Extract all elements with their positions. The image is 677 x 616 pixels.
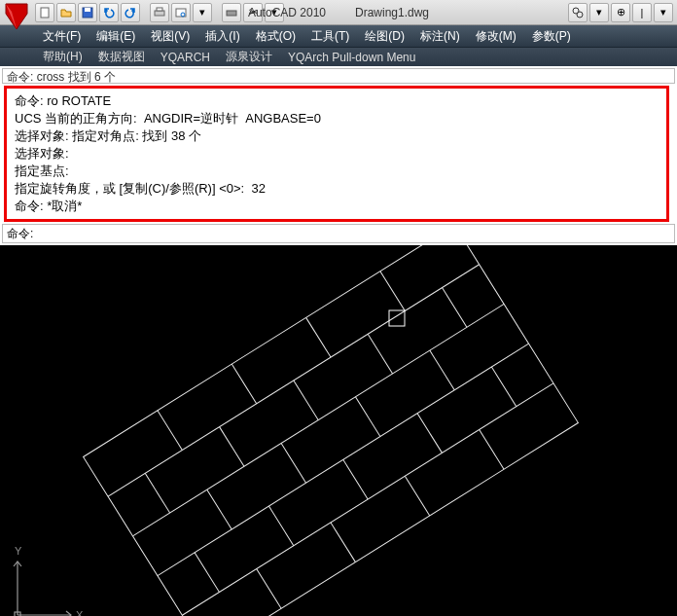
cmd-line: 选择对象: (15, 145, 659, 163)
command-prompt-label: 命令: (7, 226, 33, 242)
command-input[interactable] (37, 227, 670, 240)
search-dropdown-icon[interactable]: ▾ (589, 3, 609, 22)
menu-file[interactable]: 文件(F) (35, 28, 89, 45)
svg-rect-10 (84, 245, 579, 616)
svg-point-9 (577, 12, 583, 18)
cmd-line: 命令: ro ROTATE (15, 92, 659, 110)
svg-line-27 (430, 350, 454, 390)
svg-line-25 (281, 443, 305, 483)
qat-undo-icon[interactable] (99, 3, 119, 22)
qat-plot-icon[interactable] (150, 3, 169, 22)
menu-yqarch-pulldown[interactable]: YQArch Pull-down Menu (280, 51, 423, 64)
svg-rect-2 (85, 8, 90, 12)
menu-parametric[interactable]: 参数(P) (524, 28, 579, 45)
menu-yuanquan[interactable]: 源泉设计 (218, 49, 280, 65)
menubar-1: 文件(F) 编辑(E) 视图(V) 插入(I) 格式(O) 工具(T) 绘图(D… (0, 25, 677, 47)
sep-icon: | (632, 3, 652, 22)
menu-dataview[interactable]: 数据视图 (90, 49, 153, 65)
svg-line-22 (368, 334, 392, 374)
qat-publish-icon[interactable]: ▾ (193, 3, 212, 22)
file-name: Drawing1.dwg (355, 6, 429, 19)
qat-save-icon[interactable] (78, 3, 97, 22)
svg-rect-3 (155, 11, 164, 16)
svg-line-17 (306, 317, 331, 357)
axis-y-label: Y (15, 545, 22, 557)
svg-line-36 (480, 430, 504, 470)
svg-line-24 (207, 489, 232, 529)
menu-dimension[interactable]: 标注(N) (412, 28, 468, 45)
menu-tools[interactable]: 工具(T) (303, 28, 357, 45)
command-input-row: 命令: (2, 224, 675, 243)
svg-rect-0 (41, 8, 49, 18)
app-logo-icon[interactable] (2, 2, 31, 31)
qat-print-icon[interactable] (222, 3, 241, 22)
cmd-line: UCS 当前的正角方向: ANGDIR=逆时针 ANGBASE=0 (15, 110, 659, 127)
qat-new-icon[interactable] (35, 3, 54, 22)
menu-edit[interactable]: 编辑(E) (89, 28, 143, 45)
command-history-strip: 命令: cross 找到 6 个 (2, 68, 675, 84)
qat-redo-icon[interactable] (121, 3, 140, 22)
menu-view[interactable]: 视图(V) (143, 28, 197, 45)
svg-line-18 (380, 272, 405, 311)
svg-line-30 (343, 459, 368, 499)
svg-line-16 (232, 364, 256, 404)
svg-line-29 (268, 506, 293, 546)
menu-draw[interactable]: 绘图(D) (357, 28, 412, 45)
svg-line-34 (331, 523, 355, 562)
app-name: AutoCAD 2010 (248, 6, 326, 19)
search-button[interactable] (568, 3, 588, 22)
menu-insert[interactable]: 插入(I) (197, 28, 247, 45)
titlebar: ▾ ✂ ▾ AutoCAD 2010 Drawing1.dwg ▾ ⊕ | ▾ (0, 0, 677, 25)
svg-line-15 (158, 411, 182, 451)
svg-rect-4 (157, 8, 162, 11)
quick-access-toolbar: ▾ ✂ ▾ (35, 3, 284, 22)
axis-x-label: X (76, 609, 84, 616)
svg-line-23 (442, 288, 466, 328)
menu-format[interactable]: 格式(O) (248, 28, 303, 45)
menubar-2: 帮助(H) 数据视图 YQARCH 源泉设计 YQArch Pull-down … (0, 47, 677, 66)
svg-line-20 (220, 427, 244, 467)
dropdown-icon[interactable]: ▾ (654, 3, 673, 22)
qat-open-icon[interactable] (56, 3, 76, 22)
drawing-svg: X Y (0, 245, 677, 616)
menu-yqarch[interactable]: YQARCH (153, 51, 218, 64)
ucs-icon: X Y (14, 545, 84, 616)
svg-line-33 (257, 569, 281, 609)
cmd-line: 指定基点: (15, 163, 659, 180)
svg-line-28 (195, 553, 219, 593)
title-center: AutoCAD 2010 Drawing1.dwg (248, 6, 429, 19)
menu-help[interactable]: 帮助(H) (35, 49, 90, 65)
drawing-canvas[interactable]: X Y 头 头条 @上壹教育CAD教学 (0, 245, 677, 616)
help-icon[interactable]: ⊕ (611, 3, 630, 22)
menu-modify[interactable]: 修改(M) (468, 28, 524, 45)
qat-preview-icon[interactable] (171, 3, 191, 22)
title-search-area: ▾ ⊕ | ▾ (568, 3, 673, 22)
svg-line-32 (491, 367, 516, 407)
svg-line-21 (294, 380, 318, 420)
svg-line-26 (355, 397, 379, 437)
cmd-line: 选择对象: 指定对角点: 找到 38 个 (15, 127, 659, 145)
svg-line-19 (145, 473, 169, 513)
cmd-line: 指定旋转角度，或 [复制(C)/参照(R)] <0>: 32 (15, 180, 659, 198)
svg-line-31 (417, 414, 442, 453)
svg-line-35 (405, 476, 429, 516)
svg-rect-7 (227, 11, 236, 16)
command-output-box: 命令: ro ROTATE UCS 当前的正角方向: ANGDIR=逆时针 AN… (4, 86, 669, 222)
cmd-line: 命令: *取消* (15, 198, 659, 215)
